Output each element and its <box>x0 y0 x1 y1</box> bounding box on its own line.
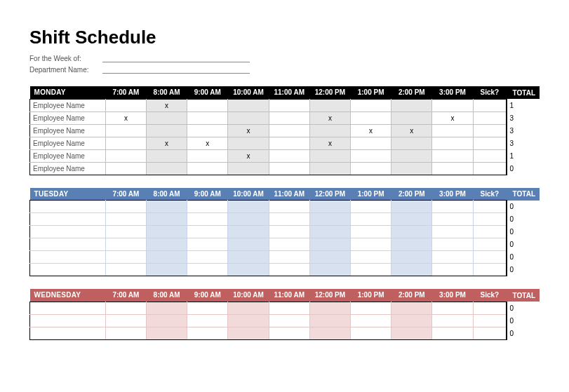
shift-cell[interactable] <box>228 251 269 264</box>
employee-name-cell[interactable]: Employee Name <box>30 137 106 149</box>
shift-cell[interactable] <box>105 201 146 213</box>
shift-cell[interactable] <box>228 327 269 339</box>
shift-cell[interactable] <box>105 162 146 175</box>
shift-cell[interactable] <box>391 99 432 111</box>
shift-cell[interactable] <box>269 226 309 238</box>
shift-cell[interactable] <box>391 264 432 276</box>
shift-cell[interactable] <box>309 124 350 137</box>
employee-name-cell[interactable] <box>30 251 106 264</box>
shift-cell[interactable]: x <box>187 137 228 149</box>
shift-cell[interactable] <box>146 201 187 213</box>
shift-cell[interactable] <box>105 149 146 162</box>
shift-cell[interactable] <box>269 327 309 339</box>
shift-cell[interactable] <box>432 137 473 149</box>
shift-cell[interactable] <box>269 264 309 276</box>
shift-cell[interactable] <box>105 124 146 137</box>
shift-cell[interactable] <box>351 111 391 124</box>
shift-cell[interactable] <box>432 264 473 276</box>
shift-cell[interactable] <box>269 238 309 251</box>
shift-cell[interactable] <box>269 124 309 137</box>
shift-cell[interactable] <box>228 264 269 276</box>
shift-cell[interactable] <box>187 124 228 137</box>
shift-cell[interactable] <box>351 162 391 175</box>
shift-cell[interactable] <box>269 162 309 175</box>
shift-cell[interactable] <box>187 314 228 327</box>
shift-cell[interactable]: x <box>228 149 269 162</box>
shift-cell[interactable]: x <box>228 124 269 137</box>
shift-cell[interactable] <box>309 149 350 162</box>
shift-cell[interactable] <box>146 111 187 124</box>
shift-cell[interactable]: x <box>309 137 350 149</box>
shift-cell[interactable] <box>187 99 228 111</box>
sick-cell[interactable] <box>473 137 506 149</box>
shift-cell[interactable] <box>432 149 473 162</box>
sick-cell[interactable] <box>473 327 506 339</box>
shift-cell[interactable] <box>187 327 228 339</box>
shift-cell[interactable] <box>351 264 391 276</box>
shift-cell[interactable]: x <box>351 124 391 137</box>
employee-name-cell[interactable]: Employee Name <box>30 99 106 111</box>
shift-cell[interactable] <box>309 162 350 175</box>
shift-cell[interactable] <box>187 226 228 238</box>
shift-cell[interactable] <box>146 213 187 226</box>
shift-cell[interactable] <box>269 213 309 226</box>
shift-cell[interactable] <box>391 226 432 238</box>
shift-cell[interactable] <box>228 302 269 314</box>
sick-cell[interactable] <box>473 213 506 226</box>
shift-cell[interactable] <box>146 302 187 314</box>
employee-name-cell[interactable]: Employee Name <box>30 162 106 175</box>
shift-cell[interactable] <box>146 226 187 238</box>
shift-cell[interactable] <box>391 201 432 213</box>
shift-cell[interactable] <box>105 314 146 327</box>
shift-cell[interactable] <box>391 302 432 314</box>
shift-cell[interactable]: x <box>105 111 146 124</box>
shift-cell[interactable]: x <box>309 111 350 124</box>
shift-cell[interactable] <box>269 99 309 111</box>
sick-cell[interactable] <box>473 124 506 137</box>
shift-cell[interactable] <box>105 251 146 264</box>
shift-cell[interactable] <box>228 99 269 111</box>
shift-cell[interactable] <box>146 149 187 162</box>
employee-name-cell[interactable]: Employee Name <box>30 111 106 124</box>
shift-cell[interactable] <box>146 238 187 251</box>
shift-cell[interactable] <box>269 314 309 327</box>
shift-cell[interactable] <box>228 111 269 124</box>
shift-cell[interactable] <box>351 327 391 339</box>
shift-cell[interactable] <box>146 251 187 264</box>
shift-cell[interactable] <box>432 162 473 175</box>
shift-cell[interactable] <box>309 226 350 238</box>
shift-cell[interactable] <box>269 137 309 149</box>
shift-cell[interactable] <box>391 213 432 226</box>
employee-name-cell[interactable] <box>30 314 106 327</box>
shift-cell[interactable] <box>351 314 391 327</box>
shift-cell[interactable] <box>432 201 473 213</box>
employee-name-cell[interactable] <box>30 226 106 238</box>
shift-cell[interactable] <box>146 124 187 137</box>
shift-cell[interactable] <box>432 124 473 137</box>
sick-cell[interactable] <box>473 111 506 124</box>
shift-cell[interactable] <box>187 251 228 264</box>
shift-cell[interactable] <box>432 226 473 238</box>
shift-cell[interactable] <box>309 314 350 327</box>
shift-cell[interactable] <box>432 302 473 314</box>
shift-cell[interactable] <box>105 327 146 339</box>
sick-cell[interactable] <box>473 238 506 251</box>
shift-cell[interactable] <box>146 314 187 327</box>
shift-cell[interactable] <box>391 137 432 149</box>
shift-cell[interactable] <box>105 213 146 226</box>
employee-name-cell[interactable] <box>30 264 106 276</box>
shift-cell[interactable] <box>228 137 269 149</box>
employee-name-cell[interactable] <box>30 302 106 314</box>
shift-cell[interactable] <box>309 201 350 213</box>
shift-cell[interactable] <box>432 99 473 111</box>
shift-cell[interactable] <box>146 327 187 339</box>
shift-cell[interactable] <box>105 99 146 111</box>
shift-cell[interactable] <box>228 162 269 175</box>
shift-cell[interactable] <box>391 327 432 339</box>
shift-cell[interactable] <box>269 111 309 124</box>
employee-name-cell[interactable] <box>30 238 106 251</box>
shift-cell[interactable] <box>351 213 391 226</box>
shift-cell[interactable]: x <box>146 99 187 111</box>
sick-cell[interactable] <box>473 201 506 213</box>
sick-cell[interactable] <box>473 99 506 111</box>
